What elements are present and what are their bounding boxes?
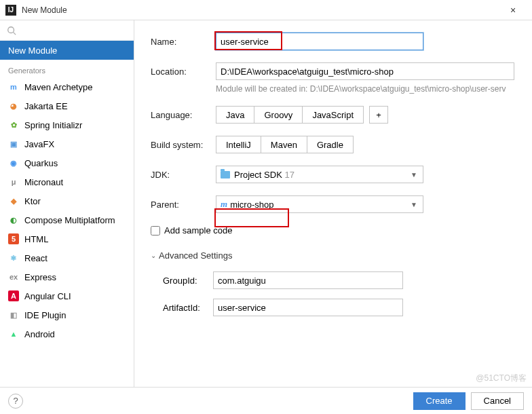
generator-icon: m <box>8 81 19 92</box>
language-option[interactable]: JavaScript <box>303 106 364 124</box>
location-label: Location: <box>151 67 216 77</box>
generator-icon: ◐ <box>8 214 19 225</box>
help-icon: ? <box>13 396 18 406</box>
parent-dropdown[interactable]: m micro-shop ▼ <box>216 195 423 213</box>
footer: ? Create Cancel <box>0 387 532 414</box>
language-group: JavaGroovyJavaScript <box>216 106 364 124</box>
name-input[interactable] <box>216 33 423 50</box>
build-system-group: IntelliJMavenGradle <box>216 136 354 153</box>
generator-icon: ◆ <box>8 195 19 206</box>
generator-label: Angular CLI <box>24 291 71 301</box>
generator-label: Micronaut <box>24 177 63 187</box>
generator-icon: μ <box>8 176 19 187</box>
add-language-button[interactable]: + <box>369 106 388 124</box>
folder-icon <box>221 171 230 178</box>
search-icon <box>7 26 16 35</box>
chevron-down-icon: ▼ <box>411 201 417 208</box>
artifactid-input[interactable] <box>213 299 403 316</box>
sidebar-item-generator[interactable]: ◧IDE Plugin <box>0 305 134 324</box>
cancel-button[interactable]: Cancel <box>471 392 524 410</box>
generator-icon: ex <box>8 271 19 282</box>
help-button[interactable]: ? <box>8 394 23 409</box>
sidebar-item-generator[interactable]: ▣JavaFX <box>0 134 134 153</box>
advanced-settings-header[interactable]: ⌄ Advanced Settings <box>151 250 532 261</box>
sidebar: New Module Generators mMaven Archetype◕J… <box>0 20 134 387</box>
build-system-label: Build system: <box>151 140 216 150</box>
generator-icon: ▣ <box>8 138 19 149</box>
name-label: Name: <box>151 37 216 47</box>
generator-label: JavaFX <box>24 139 54 149</box>
sidebar-item-generator[interactable]: ⚛React <box>0 248 134 267</box>
generator-label: Ktor <box>24 196 41 206</box>
jdk-version: 17 <box>284 170 294 180</box>
window-title: New Module <box>22 5 499 15</box>
language-option[interactable]: Java <box>216 106 254 124</box>
generator-icon: ◧ <box>8 309 19 320</box>
sidebar-item-generator[interactable]: ◆Ktor <box>0 191 134 210</box>
svg-line-1 <box>14 32 16 35</box>
location-hint: Module will be created in: D:\IDEA\works… <box>216 84 532 94</box>
generator-label: Jakarta EE <box>24 101 68 111</box>
generator-label: Maven Archetype <box>24 82 92 92</box>
sidebar-item-generator[interactable]: ▲Android <box>0 324 134 343</box>
build-system-option[interactable]: IntelliJ <box>216 136 261 153</box>
generator-icon: ✿ <box>8 119 19 130</box>
svg-point-0 <box>8 26 14 33</box>
sidebar-item-generator[interactable]: 5HTML <box>0 229 134 248</box>
generator-icon: 5 <box>8 233 19 244</box>
jdk-value: Project SDK <box>234 170 282 180</box>
chevron-down-icon: ▼ <box>411 171 417 178</box>
sample-code-checkbox[interactable] <box>151 226 160 236</box>
sidebar-item-generator[interactable]: exExpress <box>0 267 134 286</box>
generator-icon: ◕ <box>8 100 19 111</box>
generators-header: Generators <box>0 60 134 77</box>
parent-value: micro-shop <box>230 200 273 210</box>
language-label: Language: <box>151 110 216 120</box>
groupid-input[interactable] <box>213 271 403 289</box>
sidebar-item-generator[interactable]: mMaven Archetype <box>0 77 134 96</box>
advanced-settings-label: Advanced Settings <box>159 250 232 261</box>
app-icon: IJ <box>5 5 16 16</box>
jdk-dropdown[interactable]: Project SDK 17 ▼ <box>216 166 423 183</box>
close-button[interactable]: × <box>499 5 527 16</box>
location-input[interactable] <box>216 62 514 80</box>
chevron-down-icon: ⌄ <box>151 252 156 259</box>
sidebar-item-generator[interactable]: μMicronaut <box>0 172 134 191</box>
main-area: New Module Generators mMaven Archetype◕J… <box>0 20 532 387</box>
generator-label: Express <box>24 272 56 282</box>
artifactid-label: ArtifactId: <box>163 303 213 313</box>
generator-icon: ▲ <box>8 328 19 339</box>
generator-icon: A <box>8 290 19 301</box>
generator-label: Spring Initializr <box>24 120 82 130</box>
jdk-label: JDK: <box>151 170 216 180</box>
generator-label: Android <box>24 329 55 339</box>
sidebar-item-new-module[interactable]: New Module <box>0 41 134 60</box>
sidebar-item-label: New Module <box>8 45 57 56</box>
sidebar-item-generator[interactable]: ◉Quarkus <box>0 153 134 172</box>
plus-icon: + <box>376 110 381 120</box>
generator-label: React <box>24 253 48 263</box>
sidebar-item-generator[interactable]: ◐Compose Multiplatform <box>0 210 134 229</box>
titlebar: IJ New Module × <box>0 0 532 20</box>
sidebar-item-generator[interactable]: ◕Jakarta EE <box>0 96 134 115</box>
sidebar-item-generator[interactable]: ✿Spring Initializr <box>0 115 134 134</box>
parent-label: Parent: <box>151 200 216 210</box>
language-option[interactable]: Groovy <box>254 106 303 124</box>
build-system-option[interactable]: Maven <box>261 136 307 153</box>
sample-code-label: Add sample code <box>164 225 232 236</box>
generator-label: Quarkus <box>24 158 58 168</box>
search-input[interactable] <box>0 20 134 41</box>
generator-icon: ⚛ <box>8 252 19 263</box>
create-button[interactable]: Create <box>413 392 466 410</box>
generator-label: Compose Multiplatform <box>24 215 115 225</box>
sidebar-item-generator[interactable]: AAngular CLI <box>0 286 134 305</box>
generator-label: HTML <box>24 234 48 244</box>
generator-icon: ◉ <box>8 157 19 168</box>
maven-icon: m <box>221 199 227 210</box>
generator-label: IDE Plugin <box>24 310 66 320</box>
content-panel: Name: Location: Module will be created i… <box>134 20 532 387</box>
groupid-label: GroupId: <box>163 276 213 286</box>
build-system-option[interactable]: Gradle <box>307 136 354 153</box>
